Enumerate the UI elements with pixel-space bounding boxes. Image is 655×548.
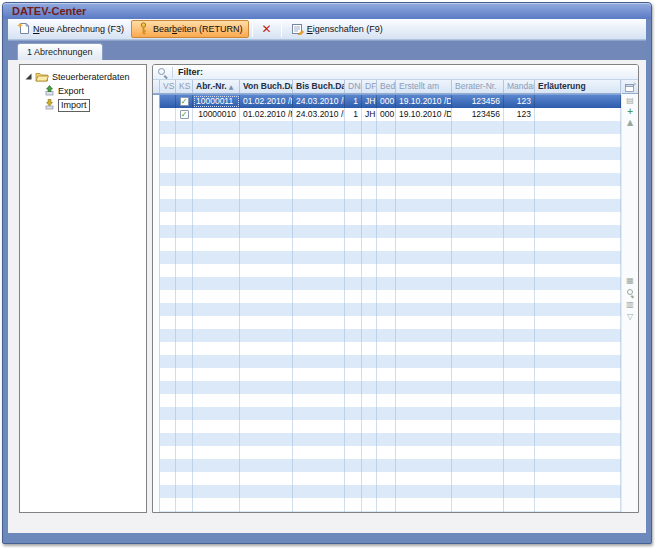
empty-cell [504, 342, 535, 355]
empty-cell [176, 147, 193, 160]
empty-cell [240, 212, 293, 225]
table-cell[interactable]: 01.02.2010 /Mo [240, 108, 293, 121]
column-chooser-button[interactable] [622, 80, 638, 94]
table-cell[interactable]: ✓ [176, 95, 193, 108]
triangle-up-icon[interactable]: ▲ [627, 118, 633, 127]
filter-bar[interactable]: Filter: [153, 65, 638, 80]
eigenschaften-button[interactable]: Eigenschaften (F9) [285, 20, 389, 38]
columns-icon[interactable]: ▥ [626, 300, 634, 309]
table-cell[interactable]: 123 [504, 95, 535, 108]
table-cell[interactable]: 10000010 [193, 108, 240, 121]
table-row[interactable]: ✓1000001001.02.2010 /Mo24.03.2010 /Mi1JH… [153, 108, 621, 121]
empty-cell [176, 381, 193, 394]
tree-expander-icon[interactable] [25, 72, 32, 82]
empty-cell [504, 472, 535, 485]
filter-funnel-icon[interactable]: ▽ [627, 312, 633, 321]
empty-cell [535, 498, 621, 511]
column-header[interactable]: KS [176, 80, 193, 93]
tree-item-steuerberaterdaten[interactable]: Steuerberaterdaten [20, 70, 146, 84]
empty-row [153, 472, 621, 485]
empty-cell [176, 485, 193, 498]
empty-cell [240, 290, 293, 303]
table-cell[interactable]: 24.03.2010 /Mi [293, 95, 345, 108]
empty-cell [193, 316, 240, 329]
table-cell[interactable]: 24.03.2010 /Mi [293, 108, 345, 121]
title-bar[interactable]: DATEV-Center [3, 3, 651, 19]
empty-cell [396, 472, 452, 485]
table-cell[interactable] [160, 95, 176, 108]
empty-cell [396, 342, 452, 355]
delete-button[interactable]: ✕ [256, 20, 278, 38]
table-cell[interactable]: 123 [504, 108, 535, 121]
empty-cell [504, 303, 535, 316]
bearbeiten-button[interactable]: Bearbeiten (RETURN) [131, 20, 249, 38]
empty-cell [396, 485, 452, 498]
tree-item-import[interactable]: Import [20, 98, 146, 112]
column-header[interactable]: DNr. [345, 80, 362, 93]
column-header[interactable]: Berater-Nr. [452, 80, 504, 93]
column-header[interactable]: VS [160, 80, 176, 93]
empty-cell [504, 368, 535, 381]
column-header[interactable]: Erläuterung [535, 80, 621, 93]
plus-icon[interactable]: + [627, 107, 634, 116]
empty-cell [153, 303, 160, 316]
empty-cell [293, 368, 345, 381]
table-cell[interactable]: 1 [345, 95, 362, 108]
table-cell[interactable]: 000 [377, 95, 396, 108]
grid-side-strip: ▤ + ▲ ▦ ▥ ▽ [621, 80, 638, 512]
empty-cell [193, 212, 240, 225]
table-cell[interactable]: 01.02.2010 /Mo [240, 95, 293, 108]
table-cell[interactable]: 10000011 [193, 95, 240, 108]
row-checkbox[interactable]: ✓ [180, 110, 189, 119]
table-cell[interactable]: 000 [377, 108, 396, 121]
column-header[interactable]: Von Buch.Datum [240, 80, 293, 93]
tree-item-export[interactable]: Export [20, 84, 146, 98]
magnifier-small-icon[interactable] [626, 288, 635, 297]
empty-cell [362, 147, 377, 160]
empty-cell [535, 199, 621, 212]
empty-cell [362, 394, 377, 407]
empty-cell [160, 199, 176, 212]
table-cell[interactable]: 19.10.2010 /Di [396, 108, 452, 121]
grid-view-icon[interactable]: ▦ [626, 276, 634, 285]
tab-abrechnungen[interactable]: 1 Abrechnungen [17, 43, 103, 60]
table-cell[interactable]: 1 [345, 108, 362, 121]
empty-cell [345, 433, 362, 446]
new-abrechnung-button[interactable]: Neue Abrechnung (F3) [11, 20, 130, 38]
empty-cell [293, 329, 345, 342]
empty-cell [293, 238, 345, 251]
table-cell[interactable]: JH [362, 95, 377, 108]
tree-panel: Steuerberaterdaten Export [19, 64, 147, 513]
table-cell[interactable] [535, 108, 621, 121]
empty-cell [193, 394, 240, 407]
empty-cell [176, 394, 193, 407]
row-checkbox[interactable]: ✓ [180, 97, 189, 106]
empty-cell [153, 147, 160, 160]
table-cell[interactable]: 123456 [452, 95, 504, 108]
column-header[interactable]: Erstellt am [396, 80, 452, 93]
table-cell[interactable]: 19.10.2010 /Di [396, 95, 452, 108]
column-header[interactable]: Abr.-Nr.▲ [193, 80, 240, 93]
column-header[interactable]: Mandan [504, 80, 535, 93]
table-row[interactable]: ✓1000001101.02.2010 /Mo24.03.2010 /Mi1JH… [153, 94, 621, 108]
table-cell[interactable] [535, 95, 621, 108]
column-header[interactable] [153, 80, 160, 93]
column-header[interactable]: Bis Buch.Datum [293, 80, 345, 93]
empty-cell [240, 316, 293, 329]
table-cell[interactable] [153, 108, 160, 121]
column-header[interactable]: DF [362, 80, 377, 93]
table-cell[interactable] [153, 95, 160, 108]
table-cell[interactable] [160, 108, 176, 121]
empty-cell [452, 225, 504, 238]
export-icon [44, 85, 55, 98]
empty-cell [160, 316, 176, 329]
column-header[interactable]: Bed [377, 80, 396, 93]
pin-icon[interactable]: ▤ [626, 96, 634, 105]
empty-cell [153, 446, 160, 459]
check-icon: ✓ [181, 110, 188, 119]
table-cell[interactable]: 123456 [452, 108, 504, 121]
empty-cell [535, 381, 621, 394]
empty-cell [377, 446, 396, 459]
table-cell[interactable]: ✓ [176, 108, 193, 121]
table-cell[interactable]: JH [362, 108, 377, 121]
